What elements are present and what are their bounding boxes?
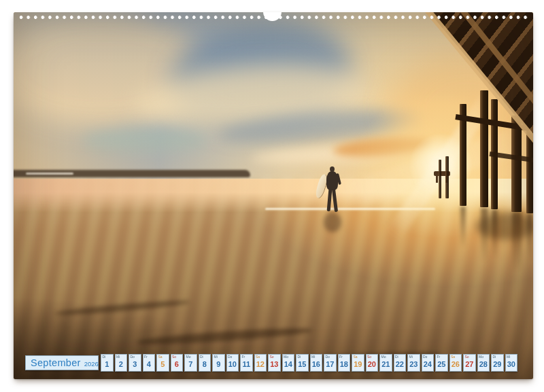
calendar-day-cell: Mo14 (282, 354, 295, 372)
pillar-reflection (492, 209, 498, 258)
pillar-reflection (512, 212, 522, 272)
pier-pillar (511, 115, 522, 212)
calendar-day-cell: Do24 (422, 354, 435, 372)
calendar-day-cell: Mi9 (212, 354, 225, 372)
surfer-leg (327, 189, 333, 211)
calendar-day-cell: Mi30 (505, 354, 518, 372)
pier-pillar (445, 156, 449, 198)
pier-pillar (439, 160, 441, 198)
calendar-day-cell: Mo21 (379, 354, 392, 372)
calendar-day-cell: Sa26 (449, 354, 462, 372)
surfer-reflection (324, 212, 341, 232)
calendar-day-cell: Do10 (226, 354, 239, 372)
calendar-day-cell: Fr18 (338, 354, 351, 372)
calendar-day-cell: Di8 (199, 354, 211, 372)
surfer-head (330, 166, 335, 172)
calendar-day-cell: So6 (171, 354, 184, 372)
calendar-day-cell: Sa5 (156, 354, 169, 372)
date-strip: September 2026 Di1Mi2Do3Fr4Sa5So6Mo7Di8M… (25, 354, 517, 372)
calendar-day-cell: Do3 (129, 354, 141, 372)
year-label: 2026 (84, 360, 99, 368)
day-row: Di1Mi2Do3Fr4Sa5So6Mo7Di8Mi9Do10Fr11Sa12S… (101, 354, 517, 372)
calendar-day-cell: Di29 (491, 354, 504, 372)
grey-blue-cloud (163, 12, 357, 141)
calendar-day-cell: Mi23 (407, 354, 420, 372)
calendar-day-cell: So27 (463, 354, 476, 372)
pillar-reflection (527, 213, 533, 261)
calendar-day-cell: Fr25 (435, 354, 448, 372)
calendar-day-cell: Mo7 (184, 354, 197, 372)
calendar-sheet: September 2026 Di1Mi2Do3Fr4Sa5So6Mo7Di8M… (14, 12, 533, 379)
surfer-leg (332, 189, 338, 212)
calendar-day-cell: So13 (268, 354, 281, 372)
calendar-day-cell: Di22 (394, 354, 407, 372)
pier-pillar (480, 90, 488, 207)
pillar-reflection (481, 208, 488, 262)
calendar-day-cell: Fr11 (240, 354, 253, 372)
calendar-day-cell: So20 (366, 354, 379, 372)
calendar-day-cell: Di15 (296, 354, 309, 372)
month-name: September (31, 356, 81, 370)
calendar-day-cell: Sa19 (352, 354, 364, 372)
teal-sky-patch (82, 129, 207, 152)
shoreline-buildings (26, 173, 73, 175)
calendar-day-cell: Mi2 (115, 354, 128, 372)
calendar-day-cell: Do17 (324, 354, 337, 372)
calendar-day-cell: Mi16 (310, 354, 323, 372)
cream-cloud (14, 12, 211, 128)
calendar-day-cell: Mo28 (477, 354, 490, 372)
surfer-silhouette (313, 162, 360, 243)
calendar-day-cell: Sa12 (254, 354, 267, 372)
pillar-reflection (460, 207, 466, 249)
calendar-day-cell: Fr4 (143, 354, 156, 372)
calendar-day-cell: Di1 (101, 354, 114, 372)
month-label-box: September 2026 (25, 355, 99, 370)
hut-leg (436, 175, 438, 183)
